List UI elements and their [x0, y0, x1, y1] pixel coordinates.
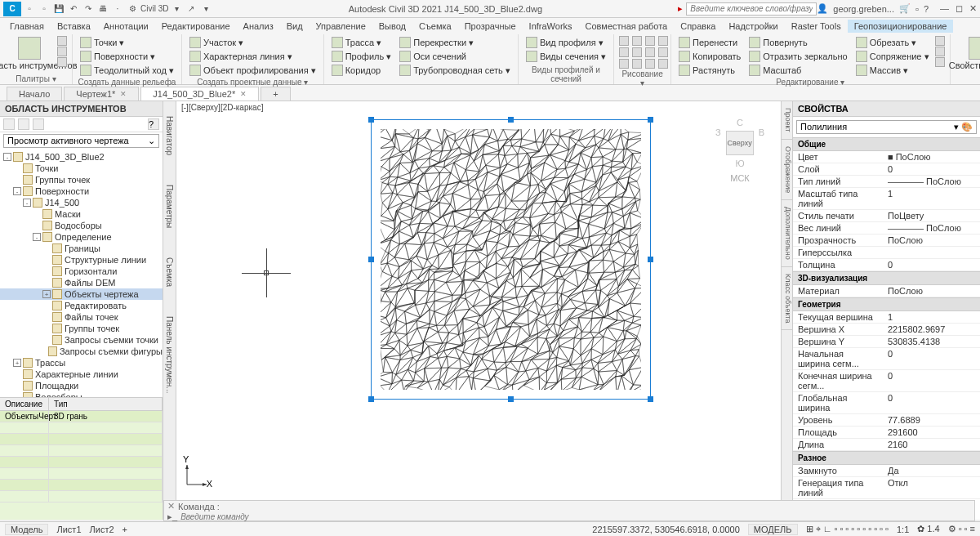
- workspace-label[interactable]: Civil 3D: [140, 2, 168, 16]
- tree-node[interactable]: +Трассы: [0, 357, 163, 368]
- qat-save-icon[interactable]: 💾: [52, 2, 65, 16]
- ribbon-button[interactable]: Профиль ▾: [329, 50, 394, 63]
- app-icon[interactable]: ▫: [915, 4, 919, 14]
- tree-node[interactable]: Файлы точек: [0, 311, 163, 323]
- grip[interactable]: [368, 396, 374, 402]
- view-combo[interactable]: Просмотр активного чертежа⌄: [3, 134, 159, 148]
- view-label[interactable]: [-][Сверху][2D-каркас]: [181, 103, 263, 112]
- new-tab-button[interactable]: +: [261, 87, 290, 100]
- props-tab[interactable]: Класс объекта: [782, 267, 792, 331]
- tree-node[interactable]: Группы точек: [0, 174, 163, 185]
- ribbon-button[interactable]: Сопряжение ▾: [853, 50, 932, 63]
- grip[interactable]: [368, 117, 374, 123]
- ribbon-tab[interactable]: Управление: [310, 20, 372, 33]
- tree-node[interactable]: +Объекты чертежа: [0, 288, 163, 300]
- ribbon-tab[interactable]: Аннотации: [97, 20, 155, 33]
- tree-toggle-icon[interactable]: +: [42, 290, 51, 298]
- side-tab[interactable]: Навигатор: [165, 109, 174, 162]
- property-row[interactable]: Вершина Y530835.4138: [793, 336, 980, 348]
- property-row[interactable]: Гиперссылка: [793, 247, 980, 259]
- grip[interactable]: [648, 117, 653, 123]
- tree-node[interactable]: Запросы съемки точки: [0, 334, 163, 346]
- app-menu-icon[interactable]: C: [3, 2, 21, 16]
- ribbon-tab[interactable]: InfraWorks: [523, 20, 579, 33]
- ribbon-tab[interactable]: Raster Tools: [785, 20, 848, 33]
- command-line[interactable]: ✕Команда : ▸_: [163, 500, 975, 521]
- ribbon-button[interactable]: Перекрестки ▾: [397, 36, 513, 49]
- tree-node[interactable]: Структурные линии: [0, 254, 163, 266]
- status-toggles[interactable]: ⊞ ⌖ ∟ ▫ ▫ ▫ ▫ ▫ ▫ ▫ ▫ ▫ ▫: [806, 524, 889, 534]
- help-icon[interactable]: ?: [924, 4, 929, 14]
- tree-node[interactable]: Площадки: [0, 380, 163, 391]
- property-row[interactable]: Толщина0: [793, 259, 980, 271]
- property-row[interactable]: Глобальная ширина0: [793, 392, 980, 414]
- property-row[interactable]: Длина2160: [793, 439, 980, 451]
- ribbon-tab[interactable]: Редактирование: [155, 20, 237, 33]
- draw-grid[interactable]: [619, 36, 666, 69]
- property-row[interactable]: Цвет■ ПоСлою: [793, 151, 980, 163]
- tree-node[interactable]: Точки: [0, 163, 163, 174]
- side-tab[interactable]: Съемка: [165, 251, 174, 293]
- maximize-button[interactable]: ◻: [956, 3, 963, 14]
- toolspace-toolbar[interactable]: ?: [0, 117, 163, 132]
- close-tab-icon[interactable]: ✕: [120, 90, 127, 98]
- command-input[interactable]: [180, 512, 971, 521]
- props-tab[interactable]: Дополнительно: [782, 200, 792, 267]
- tree-toggle-icon[interactable]: -: [13, 187, 21, 195]
- close-button[interactable]: ✕: [969, 3, 977, 14]
- panel-title[interactable]: Редактирование ▾: [676, 77, 944, 87]
- workspace-drop-icon[interactable]: ▾: [170, 2, 183, 16]
- ribbon-small-icon[interactable]: [57, 57, 67, 67]
- ribbon-tab[interactable]: Надстройки: [722, 20, 784, 33]
- file-tab[interactable]: Начало: [7, 87, 62, 100]
- qat-new-icon[interactable]: ▫: [23, 2, 36, 16]
- panel-title[interactable]: Палитры ▾: [5, 74, 67, 84]
- tree-node[interactable]: -Поверхности: [0, 185, 163, 197]
- tree-node[interactable]: Файлы DEM: [0, 277, 163, 288]
- tree-toggle-icon[interactable]: +: [13, 359, 21, 367]
- qat-undo-icon[interactable]: ↶: [67, 2, 80, 16]
- ribbon-tab[interactable]: Справка: [674, 20, 722, 33]
- ribbon-tab[interactable]: Главная: [3, 20, 51, 33]
- ribbon-button[interactable]: Оси сечений: [397, 50, 513, 63]
- ribbon-button[interactable]: Растянуть: [676, 64, 743, 77]
- tree-node[interactable]: -J14_500_3D_Blue2: [0, 151, 163, 163]
- signin-icon[interactable]: 👤: [817, 3, 828, 14]
- tree-node[interactable]: Водосборы: [0, 391, 163, 397]
- property-row[interactable]: Текущая вершина1: [793, 311, 980, 324]
- ribbon-button[interactable]: Объект профилирования ▾: [187, 64, 318, 77]
- ribbon-tab[interactable]: Вывод: [372, 20, 412, 33]
- ribbon-button[interactable]: Копировать: [676, 50, 743, 63]
- tree-node[interactable]: Редактировать: [0, 300, 163, 311]
- ribbon-tab[interactable]: Съемка: [412, 20, 458, 33]
- side-tab[interactable]: Панель инструмен...: [165, 310, 174, 400]
- tree[interactable]: -J14_500_3D_Blue2ТочкиГруппы точек-Повер…: [0, 150, 163, 397]
- section-general[interactable]: Общие: [793, 137, 980, 151]
- ribbon-button[interactable]: Вид профиля ▾: [523, 36, 608, 49]
- file-tab[interactable]: J14_500_3D_Blue2*✕: [140, 87, 259, 100]
- ribbon-button[interactable]: Трубопроводная сеть ▾: [397, 64, 513, 77]
- property-row[interactable]: ЗамкнутоДа: [793, 465, 980, 477]
- zoom-readout[interactable]: ✿ 1.4: [917, 524, 939, 534]
- props-side-tabs[interactable]: ПроектОтображениеДополнительноКласс объе…: [781, 101, 792, 520]
- viewport[interactable]: НавигаторПараметрыСъемкаПанель инструмен…: [163, 101, 781, 520]
- property-row[interactable]: Конечная ширина сегм...0: [793, 370, 980, 392]
- search-input[interactable]: [686, 2, 817, 16]
- tin-surface[interactable]: [381, 129, 641, 390]
- panel-title[interactable]: Виды профилей и сечений: [523, 65, 608, 84]
- status-more[interactable]: ⚙ ▫ ▫ ≡: [948, 524, 975, 534]
- grip[interactable]: [508, 396, 514, 402]
- ribbon-button[interactable]: Отразить зеркально: [746, 50, 849, 63]
- property-row[interactable]: Тип линий———— ПоСлою: [793, 176, 980, 188]
- grip[interactable]: [368, 257, 374, 262]
- model-button[interactable]: МОДЕЛЬ: [748, 524, 798, 535]
- tree-node[interactable]: -J14_500: [0, 197, 163, 208]
- object-type-combo[interactable]: Полилиния▾ 🎨: [796, 120, 977, 134]
- ribbon-tab[interactable]: Вставка: [51, 20, 97, 33]
- ribbon-tab[interactable]: Анализ: [237, 20, 280, 33]
- property-row[interactable]: Уровень77.6889: [793, 414, 980, 427]
- property-row[interactable]: Генерация типа линийОткл: [793, 477, 980, 499]
- tree-node[interactable]: Характерные линии: [0, 368, 163, 380]
- property-row[interactable]: Начальная ширина сегм...0: [793, 348, 980, 370]
- tree-toggle-icon[interactable]: -: [33, 233, 41, 241]
